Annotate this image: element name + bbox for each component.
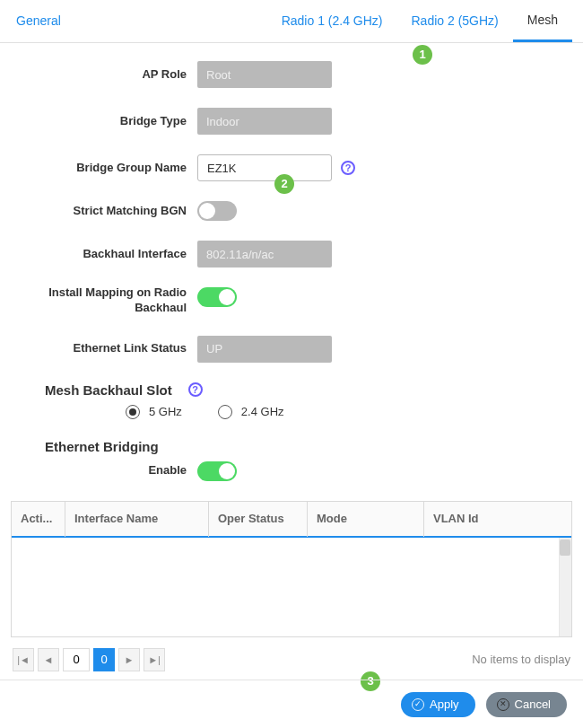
scrollbar-thumb-icon[interactable]	[560, 539, 570, 556]
tab-general[interactable]: General	[11, 0, 75, 42]
th-oper-status[interactable]: Oper Status	[209, 501, 308, 537]
strict-matching-bgn-label: Strict Matching BGN	[18, 204, 197, 219]
tab-radio1[interactable]: Radio 1 (2.4 GHz)	[267, 0, 397, 42]
pager-row: |◄ ◄ 0 ► ►| No items to display	[13, 645, 570, 675]
cancel-button-label: Cancel	[515, 697, 551, 711]
th-mode[interactable]: Mode	[308, 501, 424, 537]
th-interface-name[interactable]: Interface Name	[65, 501, 209, 537]
mesh-backhaul-slot-header: Mesh Backhaul Slot ?	[45, 382, 565, 398]
bridge-type-field: Indoor	[197, 108, 332, 135]
strict-matching-bgn-toggle[interactable]	[197, 201, 237, 221]
radio-dot-icon	[218, 405, 232, 419]
radio-dot-icon	[126, 405, 140, 419]
ethernet-link-status-label: Ethernet Link Status	[18, 341, 197, 356]
no-items-label: No items to display	[472, 653, 570, 666]
table-header: Acti... Interface Name Oper Status Mode …	[12, 502, 571, 538]
th-actions[interactable]: Acti...	[12, 501, 65, 537]
last-icon: ►|	[148, 654, 161, 665]
cancel-button[interactable]: ✕ Cancel	[486, 692, 567, 717]
pager-next-button[interactable]: ►	[118, 648, 140, 671]
mesh-form: AP Role Root Bridge Type Indoor Bridge G…	[0, 43, 583, 481]
first-icon: |◄	[17, 654, 30, 665]
ethernet-bridging-header: Ethernet Bridging	[45, 439, 565, 454]
apply-button-label: Apply	[430, 697, 459, 711]
pager-page-input[interactable]	[63, 648, 90, 671]
bridge-group-name-label: Bridge Group Name	[18, 161, 197, 176]
bridge-group-name-input[interactable]	[197, 154, 332, 181]
radio-24ghz-label: 2.4 GHz	[241, 405, 284, 418]
ethernet-bridging-enable-toggle[interactable]	[197, 461, 237, 481]
ap-role-field: Root	[197, 61, 332, 88]
backhaul-interface-label: Backhaul Interface	[18, 247, 197, 262]
bridging-table: Acti... Interface Name Oper Status Mode …	[11, 501, 572, 637]
bridge-type-label: Bridge Type	[18, 114, 197, 129]
tab-bar: General Radio 1 (2.4 GHz) Radio 2 (5GHz)…	[0, 0, 583, 43]
ap-role-label: AP Role	[18, 67, 197, 83]
pager: |◄ ◄ 0 ► ►|	[13, 648, 165, 671]
next-icon: ►	[125, 654, 135, 665]
mesh-backhaul-slot-radiogroup: 5 GHz 2.4 GHz	[126, 405, 565, 419]
help-icon[interactable]: ?	[341, 161, 355, 175]
radio-5ghz-label: 5 GHz	[149, 405, 182, 418]
tab-mesh[interactable]: Mesh	[513, 0, 572, 42]
close-icon: ✕	[497, 698, 509, 711]
table-scrollbar[interactable]	[559, 538, 571, 636]
apply-button[interactable]: ✓ Apply	[401, 692, 475, 717]
pager-current-page: 0	[93, 648, 115, 671]
tab-radio2[interactable]: Radio 2 (5GHz)	[397, 0, 513, 42]
table-body	[12, 538, 571, 636]
check-icon: ✓	[412, 698, 424, 711]
th-vlan-id[interactable]: VLAN Id	[424, 501, 571, 537]
ethernet-bridging-enable-label: Enable	[18, 463, 197, 478]
install-mapping-label: Install Mapping on Radio Backhaul	[18, 285, 197, 316]
backhaul-interface-field: 802.11a/n/ac	[197, 241, 332, 268]
pager-first-button[interactable]: |◄	[13, 648, 34, 671]
pager-prev-button[interactable]: ◄	[38, 648, 59, 671]
footer: ✓ Apply ✕ Cancel	[0, 680, 583, 728]
ethernet-link-status-field: UP	[197, 336, 332, 363]
pager-last-button[interactable]: ►|	[144, 648, 165, 671]
radio-5ghz[interactable]: 5 GHz	[126, 405, 182, 419]
mesh-backhaul-slot-title: Mesh Backhaul Slot	[45, 382, 172, 398]
help-icon[interactable]: ?	[188, 382, 203, 397]
prev-icon: ◄	[44, 654, 54, 665]
callout-1: 1	[413, 45, 432, 65]
callout-2: 2	[274, 174, 294, 194]
ethernet-bridging-title: Ethernet Bridging	[45, 439, 159, 454]
radio-24ghz[interactable]: 2.4 GHz	[218, 405, 284, 419]
install-mapping-toggle[interactable]	[197, 287, 237, 307]
